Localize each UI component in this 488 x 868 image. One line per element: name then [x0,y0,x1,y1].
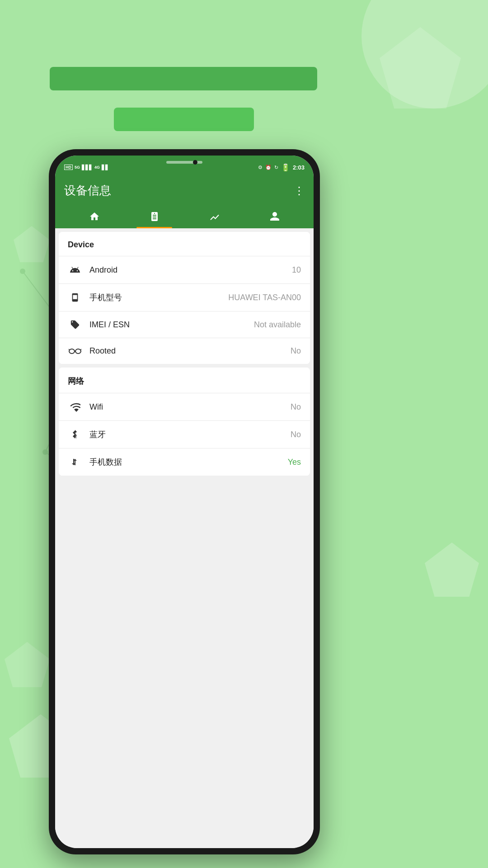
wifi-row: Wifi No [59,393,310,420]
android-value: 10 [292,265,301,275]
wifi-icon [68,401,82,412]
android-label: Android [89,265,292,275]
phone-screen: HD 5G ▋▋▋ 4G ▋▋ ⚙ ⏰ ↻ 🔋 2:03 设备信息 ⋮ [55,156,314,848]
bluetooth-value: No [291,430,301,439]
rooted-value: No [291,346,301,356]
rooted-label: Rooted [89,346,291,356]
bluetooth-row: 蓝牙 No [59,420,310,448]
glasses-icon [68,348,82,355]
signal-bars-1: ▋▋▋ [82,165,93,170]
mobile-data-value: Yes [288,458,301,467]
top-bar-1 [50,67,317,90]
home-icon [89,211,100,225]
rooted-row: Rooted No [59,338,310,364]
sync-icon: ↻ [274,165,278,170]
model-row: 手机型号 HUAWEI TAS-AN00 [59,283,310,311]
imei-row: IMEI / ESN Not available [59,311,310,338]
status-right: ⚙ ⏰ ↻ 🔋 2:03 [258,160,305,172]
tab-phone[interactable] [124,206,184,228]
tab-home[interactable] [64,206,124,228]
network-5g: 5G [75,165,80,170]
phone-frame: HD 5G ▋▋▋ 4G ▋▋ ⚙ ⏰ ↻ 🔋 2:03 设备信息 ⋮ [49,149,320,854]
more-menu-icon[interactable]: ⋮ [294,184,305,197]
status-time: 2:03 [293,164,305,171]
signal-bars-2: ▋▋ [102,165,109,170]
device-section: Device Android 10 [59,232,310,364]
bluetooth-icon [68,429,82,440]
person-icon [269,211,280,225]
svg-line-12 [69,349,69,350]
tab-chart[interactable] [184,206,244,228]
battery-icon: 🔋 [281,163,290,172]
imei-label: IMEI / ESN [89,320,254,330]
svg-point-9 [69,349,75,354]
tab-person[interactable] [244,206,305,228]
settings-status-icon: ⚙ [258,165,263,170]
status-bar: HD 5G ▋▋▋ 4G ▋▋ ⚙ ⏰ ↻ 🔋 2:03 [55,156,314,175]
svg-point-10 [75,349,81,354]
network-section-header: 网络 [59,368,310,393]
app-title-row: 设备信息 ⋮ [64,183,305,198]
bluetooth-label: 蓝牙 [89,429,291,440]
svg-point-6 [42,449,48,455]
mobile-data-label: 手机数据 [89,457,288,467]
phone-tab-icon [149,211,160,225]
mobile-data-row: 手机数据 Yes [59,448,310,476]
model-value: HUAWEI TAS-AN00 [228,293,301,302]
app-header: 设备信息 ⋮ [55,175,314,228]
tag-icon [68,320,82,330]
alarm-icon: ⏰ [265,165,272,170]
network-4g: 4G [94,165,100,170]
svg-point-4 [20,269,25,274]
phone-model-icon [68,292,82,302]
hd-icon: HD [64,165,73,170]
scroll-content[interactable]: Device Android 10 [55,228,314,848]
svg-line-13 [81,349,81,350]
wifi-value: No [291,402,301,412]
status-left: HD 5G ▋▋▋ 4G ▋▋ [64,161,109,170]
wifi-label: Wifi [89,402,291,412]
android-row: Android 10 [59,256,310,283]
app-title: 设备信息 [64,183,111,198]
top-bar-2 [114,108,254,131]
model-label: 手机型号 [89,292,228,303]
chart-icon [209,211,220,225]
network-section: 网络 Wifi No [59,368,310,476]
android-icon [68,264,82,275]
camera-dot [193,160,197,165]
imei-value: Not available [254,320,301,330]
mobile-data-icon [68,457,82,467]
device-section-header: Device [59,232,310,256]
tab-bar [64,206,305,228]
